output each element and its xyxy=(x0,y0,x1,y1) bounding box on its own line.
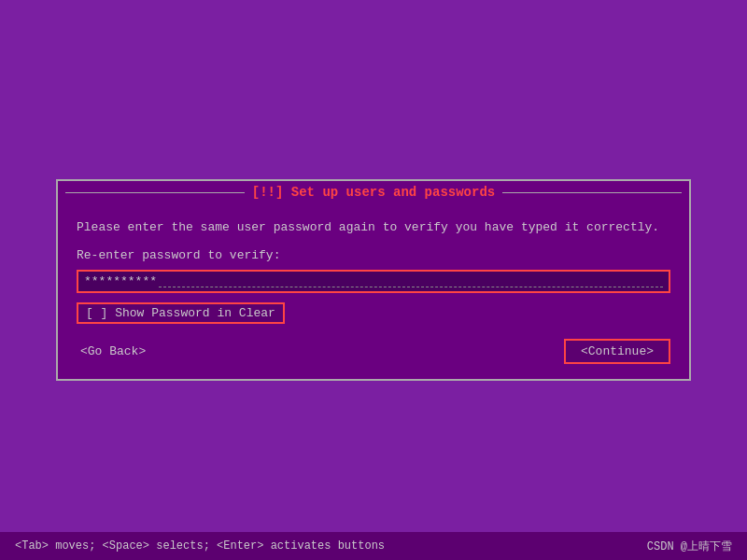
password-input-row: ********** xyxy=(77,270,670,293)
password-stars: ********** xyxy=(84,274,157,288)
password-label: Re-enter password to verify: xyxy=(77,248,670,262)
dialog-title-bar: [!!] Set up users and passwords xyxy=(58,181,689,203)
watermark: CSDN @上晴下雪 xyxy=(647,539,732,554)
bottom-hint: <Tab> moves; <Space> selects; <Enter> ac… xyxy=(15,539,385,553)
go-back-button[interactable]: <Go Back> xyxy=(77,343,149,360)
password-underline xyxy=(159,274,663,287)
dialog-content: Please enter the same user password agai… xyxy=(58,203,689,379)
password-field-display[interactable]: ********** xyxy=(77,270,670,293)
title-line-right xyxy=(502,192,682,193)
title-line-left xyxy=(65,192,245,193)
bottom-bar: <Tab> moves; <Space> selects; <Enter> ac… xyxy=(0,532,747,560)
dialog-title: [!!] Set up users and passwords xyxy=(252,185,495,200)
continue-button[interactable]: <Continue> xyxy=(564,339,670,364)
buttons-row: <Go Back> <Continue> xyxy=(77,339,670,364)
dialog-box: [!!] Set up users and passwords Please e… xyxy=(56,179,691,381)
show-password-checkbox[interactable]: [ ] Show Password in Clear xyxy=(77,302,285,324)
checkbox-row: [ ] Show Password in Clear xyxy=(77,302,670,324)
description-text: Please enter the same user password agai… xyxy=(77,218,670,237)
